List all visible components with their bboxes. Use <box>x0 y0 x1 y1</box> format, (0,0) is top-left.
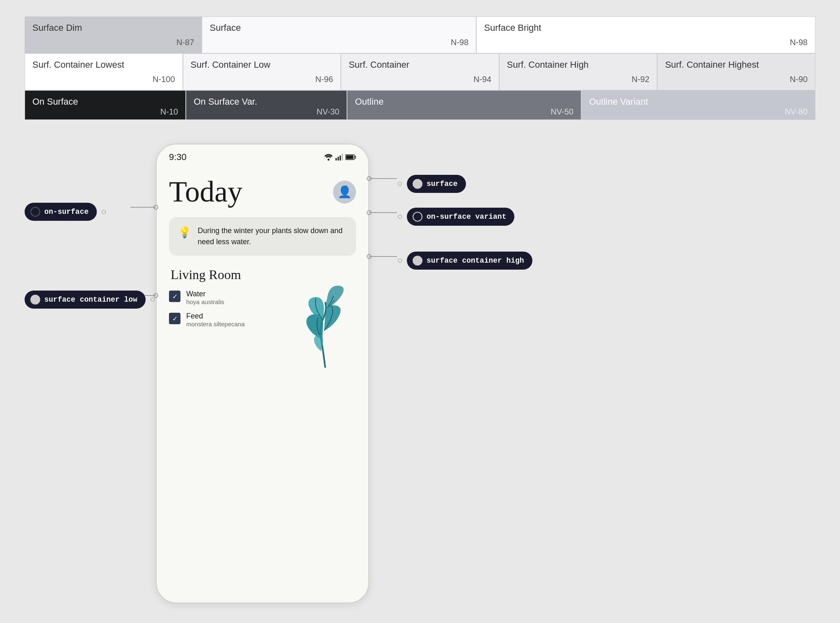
palette-section: Surface Dim N-87 Surface N-98 Surface Br… <box>25 16 815 120</box>
phone-status-icons <box>324 154 356 160</box>
surf-high-label: Surf. Container High <box>507 60 650 70</box>
annotation-badge-variant: on-surface variant <box>407 208 514 226</box>
annotation-text-variant: on-surface variant <box>427 213 506 221</box>
task-plant-1: hoya australis <box>186 298 224 305</box>
annotation-on-surface-variant: on-surface variant <box>398 208 514 226</box>
annotation-circle-high <box>413 256 422 266</box>
on-surface-var-label: On Surface Var. <box>194 96 339 107</box>
phone-content: Today 👤 💡 During the winter your plants … <box>157 167 368 342</box>
check-icon-2: ✓ <box>172 315 178 323</box>
surf-lowest-label: Surf. Container Lowest <box>32 60 175 70</box>
on-surface-label: On Surface <box>32 96 178 107</box>
lightbulb-icon: 💡 <box>178 226 191 239</box>
task-action-1: Water <box>186 290 224 298</box>
surface-bright-value: N-98 <box>484 38 808 47</box>
signal-icon <box>336 154 343 160</box>
svg-rect-4 <box>342 154 343 160</box>
svg-point-0 <box>328 159 330 161</box>
surf-lowest-value: N-100 <box>32 75 175 84</box>
annotation-dot-low <box>151 298 155 302</box>
cell-surf-highest: Surf. Container Highest N-90 <box>657 53 815 90</box>
cell-surface: Surface N-98 <box>202 16 476 53</box>
annotation-badge-high: surface container high <box>407 252 532 270</box>
annotation-dot-surface <box>398 182 402 186</box>
annotation-text-low: surface container low <box>44 295 137 304</box>
surface-value: N-98 <box>210 38 468 47</box>
annotation-badge-surface: surface <box>407 175 466 193</box>
check-icon-1: ✓ <box>172 293 178 300</box>
surf-high-value: N-92 <box>507 75 650 84</box>
cell-on-surface: On Surface N-10 <box>25 90 186 120</box>
cell-surface-dim: Surface Dim N-87 <box>25 16 202 53</box>
surf-highest-value: N-90 <box>665 75 808 84</box>
checkbox-2[interactable]: ✓ <box>169 313 180 324</box>
surface-bright-label: Surface Bright <box>484 23 808 33</box>
cell-surf-high: Surf. Container High N-92 <box>499 53 657 90</box>
palette-row-2: Surf. Container Lowest N-100 Surf. Conta… <box>25 53 815 90</box>
outline-variant-label: Outline Variant <box>589 96 808 107</box>
cell-surf-container: Surf. Container N-94 <box>341 53 499 90</box>
svg-rect-6 <box>346 156 354 159</box>
wifi-icon <box>324 154 333 160</box>
outline-value: NV-50 <box>355 107 573 117</box>
annotation-surface: surface <box>398 175 466 193</box>
phone-status-bar: 9:30 <box>157 144 368 167</box>
surf-low-label: Surf. Container Low <box>191 60 333 70</box>
cell-outline-variant: Outline Variant NV-80 <box>581 90 815 120</box>
svg-rect-2 <box>338 157 339 160</box>
info-card-text: During the winter your plants slow down … <box>198 225 347 247</box>
annotation-circle-variant <box>413 212 422 222</box>
annotation-dot-variant <box>398 215 402 219</box>
mockup-area: 9:30 <box>0 135 840 623</box>
cell-surf-lowest: Surf. Container Lowest N-100 <box>25 53 183 90</box>
cell-outline: Outline NV-50 <box>347 90 581 120</box>
annotation-badge-on-surface: on-surface <box>25 203 97 221</box>
annotation-circle-surface <box>413 179 422 189</box>
svg-rect-1 <box>336 158 337 160</box>
surface-dim-value: N-87 <box>32 38 194 47</box>
surface-dim-label: Surface Dim <box>32 23 194 33</box>
surf-container-value: N-94 <box>349 75 491 84</box>
annotation-dot-high <box>398 259 402 263</box>
annotation-surface-container-low: surface container low <box>25 291 155 309</box>
surf-highest-label: Surf. Container Highest <box>665 60 808 70</box>
outline-variant-value: NV-80 <box>589 107 808 117</box>
annotation-on-surface: on-surface <box>25 203 106 221</box>
avatar-button[interactable]: 👤 <box>333 181 356 204</box>
annotation-badge-low: surface container low <box>25 291 146 309</box>
svg-rect-3 <box>340 156 341 160</box>
phone-frame: 9:30 <box>156 144 369 603</box>
annotation-text-high: surface container high <box>427 257 524 265</box>
phone-title: Today <box>169 175 242 209</box>
surf-low-value: N-96 <box>191 75 333 84</box>
on-surface-var-value: NV-30 <box>194 107 339 117</box>
person-icon: 👤 <box>338 185 352 199</box>
annotation-text-on-surface: on-surface <box>44 208 89 216</box>
annotation-surface-container-high: surface container high <box>398 252 532 270</box>
cell-surf-low: Surf. Container Low N-96 <box>183 53 341 90</box>
outline-label: Outline <box>355 96 573 107</box>
task-action-2: Feed <box>186 312 245 321</box>
cell-on-surface-var: On Surface Var. NV-30 <box>186 90 347 120</box>
cell-surface-bright: Surface Bright N-98 <box>476 16 815 53</box>
battery-icon <box>345 154 356 160</box>
annotation-circle-on-surface <box>30 207 40 217</box>
on-surface-value: N-10 <box>32 107 178 117</box>
annotation-text-surface: surface <box>427 180 458 188</box>
checkbox-1[interactable]: ✓ <box>169 291 180 302</box>
surf-container-label: Surf. Container <box>349 60 491 70</box>
annotation-circle-low <box>30 295 40 305</box>
palette-row-1: Surface Dim N-87 Surface N-98 Surface Br… <box>25 16 815 53</box>
phone-time: 9:30 <box>169 152 187 163</box>
plant-illustration <box>299 286 352 364</box>
section-title: Living Room <box>169 267 356 282</box>
palette-row-3: On Surface N-10 On Surface Var. NV-30 Ou… <box>25 90 815 120</box>
info-card: 💡 During the winter your plants slow dow… <box>169 217 356 256</box>
phone-header: Today 👤 <box>169 175 356 209</box>
surface-label: Surface <box>210 23 468 33</box>
task-plant-2: monstera siltepecana <box>186 321 245 328</box>
annotation-dot-on-surface <box>102 210 106 214</box>
